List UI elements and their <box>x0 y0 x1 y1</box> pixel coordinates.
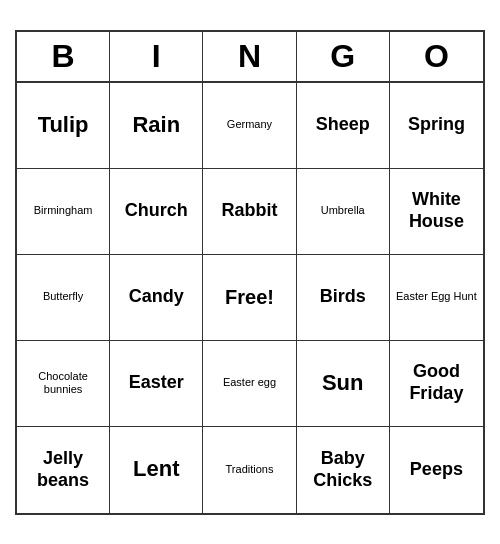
header-letter: O <box>390 32 483 81</box>
bingo-cell: Good Friday <box>390 341 483 427</box>
bingo-cell: Baby Chicks <box>297 427 390 513</box>
bingo-cell: Rain <box>110 83 203 169</box>
bingo-cell: Easter Egg Hunt <box>390 255 483 341</box>
bingo-cell: Free! <box>203 255 296 341</box>
bingo-cell: Umbrella <box>297 169 390 255</box>
bingo-card: BINGO TulipRainGermanySheepSpringBirming… <box>15 30 485 515</box>
header-letter: N <box>203 32 296 81</box>
bingo-cell: Candy <box>110 255 203 341</box>
bingo-cell: Sheep <box>297 83 390 169</box>
bingo-cell: Rabbit <box>203 169 296 255</box>
bingo-grid: TulipRainGermanySheepSpringBirminghamChu… <box>17 83 483 513</box>
bingo-cell: Butterfly <box>17 255 110 341</box>
header-letter: G <box>297 32 390 81</box>
header-letter: I <box>110 32 203 81</box>
bingo-cell: Jelly beans <box>17 427 110 513</box>
bingo-cell: Birmingham <box>17 169 110 255</box>
bingo-header: BINGO <box>17 32 483 83</box>
bingo-cell: Sun <box>297 341 390 427</box>
bingo-cell: Tulip <box>17 83 110 169</box>
bingo-cell: Chocolate bunnies <box>17 341 110 427</box>
bingo-cell: Church <box>110 169 203 255</box>
bingo-cell: Spring <box>390 83 483 169</box>
bingo-cell: Birds <box>297 255 390 341</box>
bingo-cell: White House <box>390 169 483 255</box>
bingo-cell: Peeps <box>390 427 483 513</box>
bingo-cell: Germany <box>203 83 296 169</box>
bingo-cell: Lent <box>110 427 203 513</box>
header-letter: B <box>17 32 110 81</box>
bingo-cell: Easter <box>110 341 203 427</box>
bingo-cell: Easter egg <box>203 341 296 427</box>
bingo-cell: Traditions <box>203 427 296 513</box>
